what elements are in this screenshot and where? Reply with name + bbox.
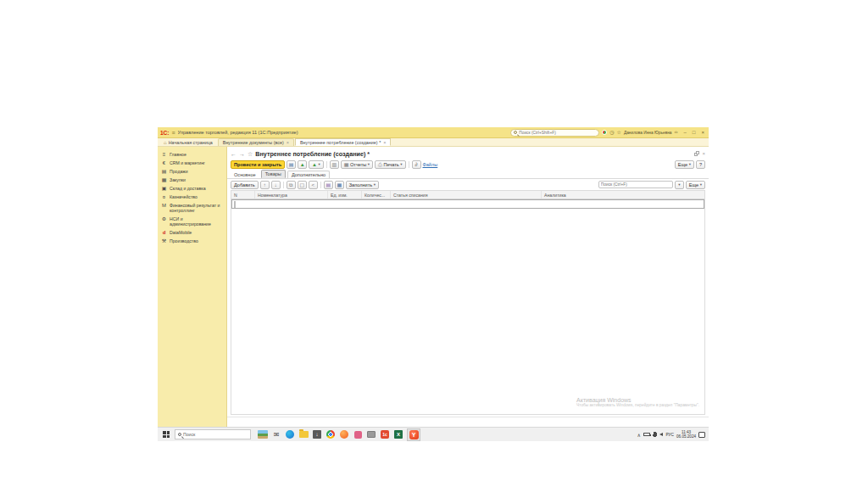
chrome-icon[interactable] [326, 429, 336, 439]
copy-row-button[interactable]: ⧉ [287, 181, 296, 189]
print-button[interactable]: ⎙ Печать ▾ [375, 160, 405, 169]
chevron-down-icon: ▾ [400, 162, 402, 166]
sidebar-item-nsi-admin[interactable]: ⚙ НСИ и администрирование [160, 215, 224, 228]
new-row-num-cell[interactable] [232, 202, 256, 207]
watermark-subtitle: Чтобы активировать Windows, перейдите в … [576, 403, 699, 407]
1c-app-icon[interactable]: 1с [380, 429, 390, 439]
edge-icon[interactable] [285, 429, 295, 439]
folder-icon[interactable] [298, 429, 309, 439]
start-button[interactable] [159, 428, 173, 441]
save-button[interactable]: ▤ [287, 160, 296, 169]
table-more-button[interactable]: Еще ▾ [686, 181, 705, 189]
favorites-star-icon[interactable]: ☆ [617, 130, 621, 135]
attachments-button[interactable]: ∂ [412, 160, 421, 169]
column-header-analytics[interactable]: Аналитика [542, 191, 704, 199]
column-header-num[interactable]: N [231, 191, 255, 199]
table-new-row[interactable] [231, 199, 704, 209]
sidebar-item-datamobile[interactable]: d DataMobile [160, 228, 224, 237]
structure-button[interactable]: ▥ [330, 160, 339, 169]
tab-home[interactable]: ⌂ Начальная страница [159, 138, 217, 146]
downloads-icon[interactable]: ↓ [312, 429, 322, 439]
sidebar-item-production[interactable]: ⚒ Производство [160, 237, 224, 245]
tab-close-icon[interactable]: × [383, 140, 386, 145]
window-title: Управление торговлей, редакция 11 (1С:Пр… [178, 130, 298, 135]
taskbar-search-placeholder: Поиск [183, 432, 195, 437]
help-label: ? [699, 162, 702, 167]
notification-center-icon[interactable] [698, 432, 705, 438]
separator [320, 182, 321, 188]
reports-button[interactable]: ▦ Отчеты ▾ [341, 160, 373, 169]
explorer-icon[interactable] [366, 429, 376, 439]
help-button[interactable]: ? [696, 160, 705, 169]
post-and-close-button[interactable]: Провести и закрыть [231, 160, 285, 169]
form-tabs: Основное Товары Дополнительно [227, 170, 709, 179]
clock[interactable]: 11:43 06.05.2024 [676, 430, 696, 439]
browser-orange-icon[interactable] [339, 429, 349, 439]
column-header-qty[interactable]: Количес... [362, 191, 391, 199]
close-form-icon[interactable]: × [702, 151, 705, 156]
column-header-unit[interactable]: Ед. изм. [328, 191, 362, 199]
hidden-icons-chevron[interactable]: ∧ [637, 432, 640, 438]
volume-icon[interactable] [659, 433, 663, 436]
post-and-close-label: Провести и закрыть [234, 162, 281, 167]
more-button[interactable]: Еще ▾ [675, 160, 694, 169]
search-options-button[interactable]: ▾ [675, 181, 684, 189]
tab-internal-consumption[interactable]: Внутреннее потребление (создание) * × [295, 138, 391, 146]
tab-main[interactable]: Основное [231, 171, 259, 178]
tab-internal-documents[interactable]: Внутренние документы (все) × [218, 138, 294, 146]
sidebar-item-main[interactable]: ≡ Главное [160, 150, 224, 159]
tab-extra[interactable]: Дополнительно [287, 171, 330, 178]
share-button[interactable]: < [309, 181, 318, 189]
sidebar-item-sales[interactable]: ▤ Продажи [160, 167, 224, 176]
column-header-expense-item[interactable]: Статья списания [391, 191, 542, 199]
close-button[interactable]: × [699, 130, 706, 135]
sidebar-item-finance[interactable]: M Финансовый результат и контроллинг [160, 201, 224, 215]
forward-icon[interactable]: → [239, 151, 245, 157]
table-empty-area: Активация Windows Чтобы активировать Win… [231, 209, 704, 414]
main-menu-icon[interactable]: ≡ [171, 130, 175, 136]
discussions-status-icon[interactable] [602, 130, 607, 135]
column-header-nomenclature[interactable]: Номенклатура [255, 191, 328, 199]
sidebar-item-crm[interactable]: € CRM и маркетинг [160, 159, 224, 167]
yandex-browser-active-icon[interactable]: Y [407, 428, 420, 441]
global-search-box[interactable] [510, 129, 599, 137]
num-input[interactable] [234, 201, 236, 208]
fill-button[interactable]: Заполнить ▾ [346, 181, 379, 189]
back-icon[interactable]: ← [231, 151, 236, 157]
media-pink-icon[interactable] [353, 429, 363, 439]
language-indicator[interactable]: РУС [665, 433, 674, 437]
move-down-button[interactable]: ↓ [271, 181, 281, 189]
files-link[interactable]: Файлы [423, 162, 438, 167]
tab-goods[interactable]: Товары [261, 170, 286, 178]
selection-button[interactable]: ▦ [335, 181, 344, 189]
open-in-window-icon[interactable] [694, 151, 699, 156]
favorite-star-icon[interactable]: ☆ [248, 151, 253, 157]
connection-icon: ᯅ [675, 130, 680, 135]
excel-icon[interactable]: X [393, 429, 403, 439]
form-nav-row: ← → ☆ Внутреннее потребление (создание) … [227, 147, 709, 159]
tab-close-icon[interactable]: × [287, 140, 289, 145]
mail-icon[interactable]: ✉ [271, 429, 281, 439]
move-up-button[interactable]: ↑ [260, 181, 270, 189]
minimize-button[interactable]: – [682, 130, 688, 135]
maximize-button[interactable]: □ [691, 130, 698, 135]
taskbar-search-box[interactable]: Поиск [175, 429, 251, 439]
battery-icon[interactable] [643, 433, 650, 437]
sidebar-item-treasury[interactable]: ¤ Казначейство [160, 193, 224, 201]
add-row-button[interactable]: Добавить [231, 181, 259, 189]
sections-sidebar: ≡ Главное € CRM и маркетинг ▤ Продажи ▦ … [158, 147, 227, 427]
table-search-box[interactable] [598, 181, 673, 188]
post-button[interactable]: ▲ [298, 160, 307, 169]
global-search-input[interactable] [519, 131, 596, 135]
item-card-button[interactable]: ▤ [324, 181, 333, 189]
current-user-label[interactable]: Данилова Инна Юрьевна [624, 131, 672, 135]
sidebar-item-purchases[interactable]: ▦ Закупки [160, 176, 224, 184]
delete-row-button[interactable]: ▢ [298, 181, 307, 189]
windows-activation-watermark: Активация Windows Чтобы активировать Win… [576, 397, 699, 407]
history-clock-icon[interactable]: ◷ [609, 130, 614, 135]
photo-thumbnail-icon[interactable] [258, 429, 268, 439]
create-based-on-button[interactable]: ▲ ▾ [309, 160, 324, 169]
window-titlebar: 1С: ≡ Управление торговлей, редакция 11 … [158, 127, 709, 138]
sidebar-item-warehouse[interactable]: ▣ Склад и доставка [160, 184, 224, 193]
table-search-input[interactable] [601, 182, 670, 187]
